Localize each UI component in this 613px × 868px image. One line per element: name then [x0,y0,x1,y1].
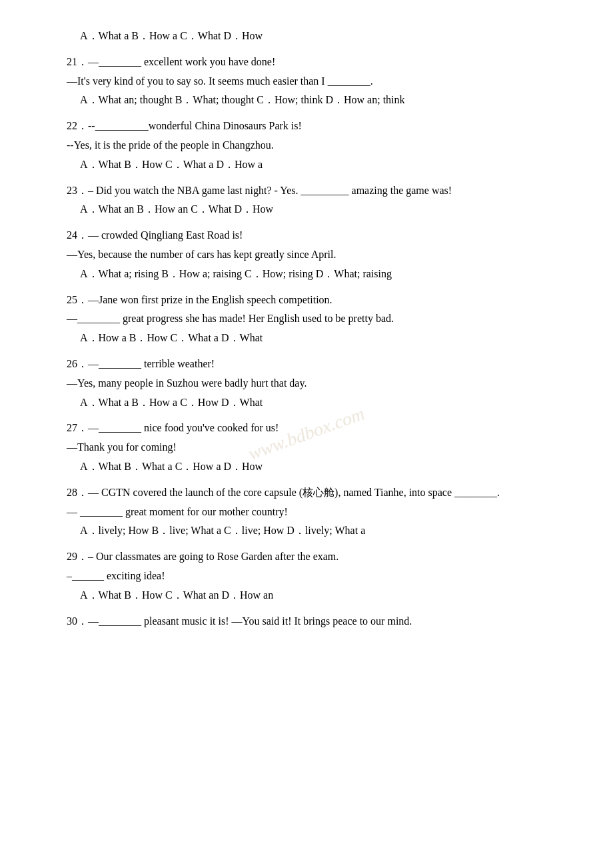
q24-block: 24．— crowded Qingliang East Road is! —Ye… [40,226,573,283]
q22-blank: --__________ [88,120,149,131]
q29-block: 29．– Our classmates are going to Rose Ga… [40,547,573,605]
q21-options: A．What an; thought B．What; thought C．How… [80,91,573,110]
q23-options: A．What an B．How an C．What D．How [80,200,573,219]
q21-blank: —________ [88,56,141,67]
q27-response: —Thank you for coming! [67,438,573,457]
q21-number: 21． [67,56,88,67]
q27-blank: —________ [88,422,141,433]
q25-block: 25．—Jane won first prize in the English … [40,291,573,348]
q20-options: A．What a B．How a C．What D．How [80,27,573,46]
q29-options: A．What B．How C．What an D．How an [80,586,573,605]
q25-options: A．How a B．How C．What a D．What [80,329,573,348]
q21-block: 21．—________ excellent work you have don… [40,53,573,110]
q30-blank: —________ [88,615,141,627]
q29-text: – Our classmates are going to Rose Garde… [88,551,338,562]
q22-number: 22． [67,120,88,131]
q28-block: 28．— CGTN covered the launch of the core… [40,483,573,541]
q26-options: A．What a B．How a C．How D．What [80,393,573,413]
q22-options: A．What B．How C．What a D．How a [80,155,573,175]
q23-block: 23．– Did you watch the NBA game last nig… [40,181,573,220]
q25-response: —________ great progress she has made! H… [67,309,573,329]
q30-block: 30．—________ pleasant music it is! —You … [40,612,573,631]
q22-question: 22．--__________wonderful China Dinosaurs… [67,117,573,136]
q22-block: 22．--__________wonderful China Dinosaurs… [40,117,573,174]
q27-text: nice food you've cooked for us! [141,422,279,433]
q24-blank: — crowded Qingliang East Road is! [88,229,243,241]
q27-question: 27．—________ nice food you've cooked for… [67,419,573,438]
q22-response: --Yes, it is the pride of the people in … [67,136,573,155]
q28-response: — ________ great moment for our mother c… [67,503,573,522]
q24-response: —Yes, because the number of cars has kep… [67,245,573,265]
q25-number: 25． [67,294,88,305]
q28-number: 28． [67,487,88,498]
q26-blank: —________ [88,358,141,369]
q24-number: 24． [67,229,88,241]
q30-text: pleasant music it is! —You said it! It b… [141,615,412,627]
q26-block: 26．—________ terrible weather! —Yes, man… [40,355,573,412]
q25-text: —Jane won first prize in the English spe… [88,294,332,305]
q25-question: 25．—Jane won first prize in the English … [67,291,573,310]
q23-question: 23．– Did you watch the NBA game last nig… [67,181,573,201]
q20-options-block: A．What a B．How a C．What D．How [40,27,573,46]
q21-response: —It's very kind of you to say so. It see… [67,72,573,91]
q26-text: terrible weather! [141,358,215,369]
q26-question: 26．—________ terrible weather! [67,355,573,374]
q24-question: 24．— crowded Qingliang East Road is! [67,226,573,245]
q29-number: 29． [67,551,88,562]
q28-text: — CGTN covered the launch of the core ca… [88,487,500,498]
q27-block: 27．—________ nice food you've cooked for… [40,419,573,476]
q23-number: 23． [67,185,88,196]
q24-options: A．What a; rising B．How a; raising C．How;… [80,265,573,284]
q23-text: – Did you watch the NBA game last night?… [88,185,452,196]
q27-options: A．What B．What a C．How a D．How [80,457,573,477]
q22-text: wonderful China Dinosaurs Park is! [149,120,302,131]
q30-number: 30． [67,615,88,627]
q26-response: —Yes, many people in Suzhou were badly h… [67,374,573,393]
q30-question: 30．—________ pleasant music it is! —You … [67,612,573,631]
q27-number: 27． [67,422,88,433]
content-area: A．What a B．How a C．What D．How 21．—______… [40,27,573,631]
q21-question: 21．—________ excellent work you have don… [67,53,573,72]
q29-question: 29．– Our classmates are going to Rose Ga… [67,547,573,567]
q28-question: 28．— CGTN covered the launch of the core… [67,483,573,503]
q29-response: –______ exciting idea! [67,567,573,586]
q26-number: 26． [67,358,88,369]
q28-options: A．lively; How B．live; What a C．live; How… [80,521,573,541]
q21-text: excellent work you have done! [141,56,275,67]
